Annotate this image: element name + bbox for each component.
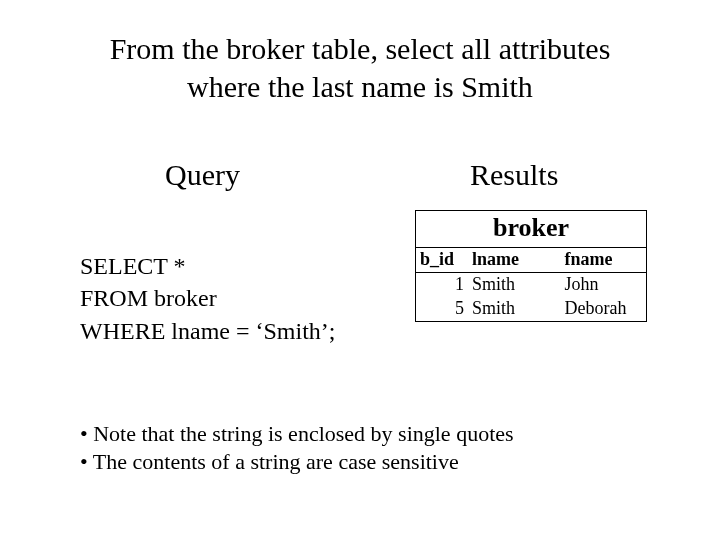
query-heading: Query: [165, 158, 240, 192]
query-line-1: SELECT *: [80, 250, 336, 282]
table-row: 1 Smith John: [416, 273, 647, 298]
col-header-fname: fname: [560, 248, 646, 273]
slide-title: From the broker table, select all attrib…: [0, 30, 720, 105]
query-line-2: FROM broker: [80, 282, 336, 314]
table-header-row: b_id lname fname: [416, 248, 647, 273]
cell-lname: Smith: [468, 297, 561, 322]
cell-bid: 5: [416, 297, 468, 322]
col-header-bid: b_id: [416, 248, 468, 273]
title-line-1: From the broker table, select all attrib…: [110, 32, 611, 65]
table-row: 5 Smith Deborah: [416, 297, 647, 322]
query-block: SELECT * FROM broker WHERE lname = ‘Smit…: [80, 250, 336, 347]
title-line-2: where the last name is Smith: [187, 70, 533, 103]
cell-lname: Smith: [468, 273, 561, 298]
cell-bid: 1: [416, 273, 468, 298]
results-heading: Results: [470, 158, 558, 192]
note-line-1: • Note that the string is enclosed by si…: [80, 420, 514, 448]
cell-fname: Deborah: [560, 297, 646, 322]
results-table: b_id lname fname 1 Smith John 5 Smith De…: [415, 247, 647, 322]
note-line-2: • The contents of a string are case sens…: [80, 448, 514, 476]
table-title: broker: [415, 210, 647, 247]
slide: From the broker table, select all attrib…: [0, 0, 720, 540]
cell-fname: John: [560, 273, 646, 298]
query-line-3: WHERE lname = ‘Smith’;: [80, 315, 336, 347]
notes-block: • Note that the string is enclosed by si…: [80, 420, 514, 475]
col-header-lname: lname: [468, 248, 561, 273]
results-table-wrap: broker b_id lname fname 1 Smith John 5 S…: [415, 210, 647, 322]
